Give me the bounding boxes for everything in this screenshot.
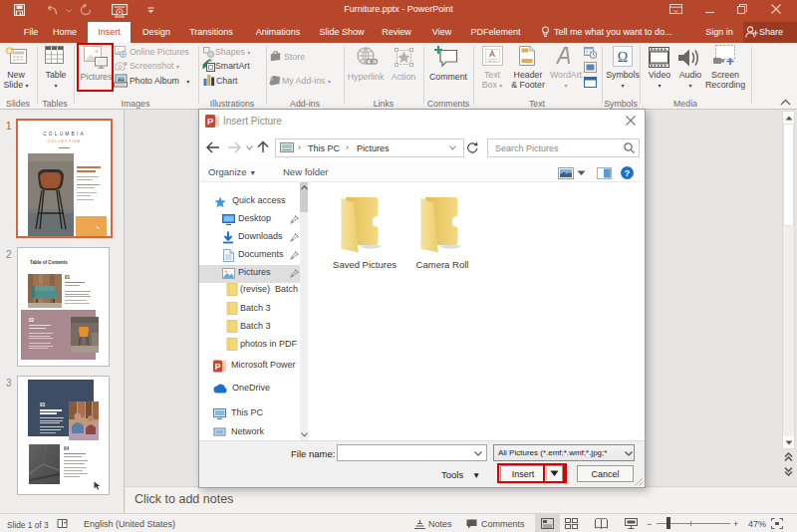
svg-text:P: P xyxy=(207,116,214,127)
svg-text:Ω: Ω xyxy=(618,50,628,65)
svg-text:P: P xyxy=(215,362,221,372)
svg-text:?: ? xyxy=(625,167,631,178)
